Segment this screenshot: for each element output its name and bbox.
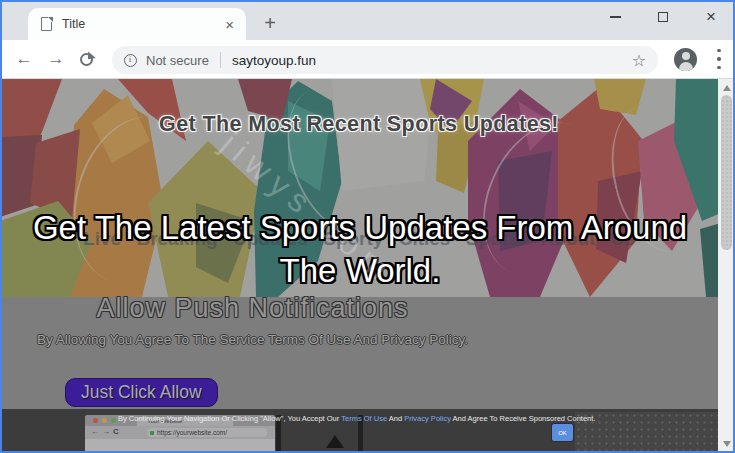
allow-notifications-title: Allow Push Notifications	[0, 293, 505, 324]
url-text[interactable]: saytoyoup.fun	[232, 53, 316, 68]
privacy-policy-link[interactable]: Privacy Policy	[404, 414, 451, 423]
page-icon	[41, 17, 52, 31]
mockup-lock-icon	[150, 431, 154, 435]
consent-text-middle: And	[389, 414, 402, 423]
close-button[interactable]: ×	[687, 0, 735, 34]
scrollbar-thumb[interactable]	[721, 95, 732, 250]
browser-tab[interactable]: Title ×	[28, 8, 246, 40]
minimize-icon	[610, 16, 621, 18]
allow-notifications-subtitle: By Allowing You Agree To The Service Ter…	[0, 332, 505, 347]
mockup-url: https://yourwebsite.com/	[147, 428, 267, 437]
scrollbar-down-icon[interactable]	[723, 441, 731, 447]
bottom-strip: Your Website ←→C https://yourwebsite.com…	[0, 409, 735, 453]
bookmark-star-icon[interactable]: ☆	[632, 51, 646, 70]
toolbar: ← → Not secure saytoyoup.fun ☆	[0, 40, 735, 79]
scrollbar[interactable]	[718, 79, 735, 453]
mockup-minimize-dot-icon	[102, 418, 107, 423]
forward-button[interactable]: →	[42, 40, 70, 79]
new-tab-button[interactable]: +	[258, 12, 282, 36]
mockup-nav-icons: ←→C	[91, 427, 122, 436]
window-controls: ×	[591, 0, 735, 34]
close-icon: ×	[706, 9, 716, 25]
consent-text: By Continuing Your Navigation Or Clickin…	[118, 414, 630, 423]
address-bar[interactable]: Not secure saytoyoup.fun ☆	[112, 46, 658, 74]
maximize-button[interactable]	[639, 0, 687, 34]
page-content: jiwys.com Get The Most Recent Sports Upd…	[0, 79, 735, 453]
primary-heading: Get The Most Recent Sports Updates!	[0, 112, 718, 137]
consent-text-suffix: And Agree To Receive Sponsored Content.	[453, 414, 596, 423]
scrollbar-up-icon[interactable]	[723, 85, 731, 91]
title-bar: Title × + ×	[0, 0, 735, 40]
mockup-zoom-dot-icon	[111, 418, 116, 423]
profile-avatar-button[interactable]	[674, 48, 697, 71]
tab-close-icon[interactable]: ×	[225, 17, 234, 32]
mockup-close-dot-icon	[93, 418, 98, 423]
terms-of-use-link[interactable]: Terms Of Use	[341, 414, 387, 423]
maximize-icon	[658, 12, 668, 22]
info-icon[interactable]	[124, 54, 137, 67]
minimize-button[interactable]	[591, 0, 639, 34]
security-label: Not secure	[146, 53, 209, 68]
back-button[interactable]: ←	[10, 40, 38, 79]
url-divider	[220, 52, 221, 68]
consent-text-prefix: By Continuing Your Navigation Or Clickin…	[118, 414, 339, 423]
reload-button[interactable]	[80, 53, 93, 66]
mockup-address-row: ←→C https://yourwebsite.com/	[85, 426, 275, 439]
menu-icon[interactable]	[717, 49, 721, 69]
just-click-allow-button[interactable]: Just Click Allow	[65, 378, 218, 407]
tab-title: Title	[62, 17, 225, 31]
mockup-page-body	[85, 439, 275, 453]
ok-button[interactable]: OK	[552, 424, 573, 441]
up-arrow-icon	[326, 435, 344, 448]
browser-window: Title × + × ← → Not secure saytoyoup.fun…	[0, 0, 735, 453]
